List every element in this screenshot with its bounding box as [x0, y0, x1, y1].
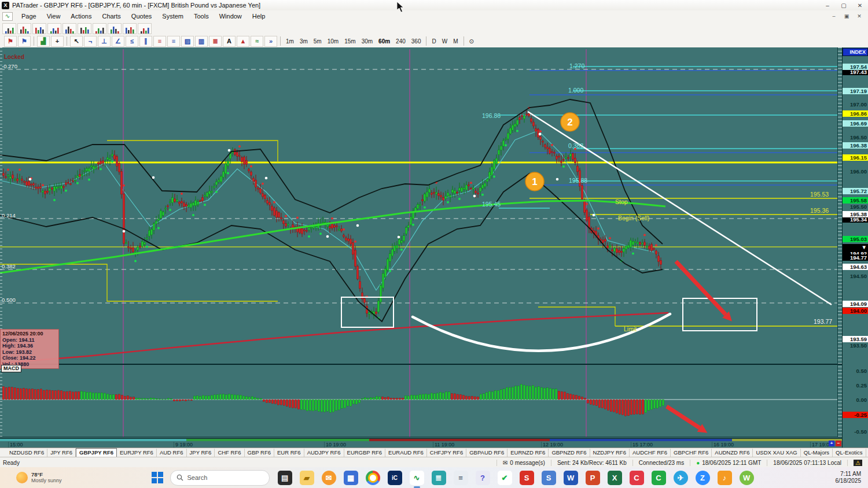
tab-usdx-xau-xag[interactable]: USDX XAU XAG — [753, 449, 800, 457]
menu-page[interactable]: Page — [16, 12, 42, 21]
menu-tools[interactable]: Tools — [189, 12, 214, 21]
tab-gbpjpy-rf6[interactable]: GBPJPY RF6 — [76, 448, 117, 457]
zoom-in-button[interactable]: + — [829, 441, 834, 446]
tab-chfjpy-rf6[interactable]: CHFJPY RF6 — [427, 449, 466, 457]
chart-style-5-icon[interactable] — [62, 23, 76, 34]
menu-charts[interactable]: Charts — [97, 12, 126, 21]
chart-style-2-icon[interactable] — [17, 23, 31, 34]
w-app-icon[interactable]: W — [740, 471, 754, 485]
hlines-red2-icon[interactable]: ≣ — [209, 36, 222, 47]
system-tray-clock[interactable]: 7:11 AM 6/18/2025 — [836, 471, 862, 485]
tab-ql-majors[interactable]: QL-Majors — [801, 449, 833, 457]
tab-chf-rf6[interactable]: CHF RF6 — [215, 449, 244, 457]
files-app-icon[interactable]: ▤ — [278, 471, 292, 485]
marker-blue-icon[interactable]: ⚑ — [18, 36, 31, 47]
music-app-icon[interactable]: ♪ — [718, 471, 732, 485]
start-button[interactable] — [152, 472, 163, 483]
tab-eurnzd-rf6[interactable]: EURNZD RF6 — [507, 449, 549, 457]
file-explorer-icon[interactable]: ▰ — [300, 471, 314, 485]
time-axis[interactable]: 15:009 19:0010 19:0011 19:0012 19:0015 1… — [0, 438, 842, 448]
menu-system[interactable]: System — [157, 12, 189, 21]
mini-chart2-icon[interactable]: ≈ — [251, 36, 263, 47]
help-app-icon[interactable]: ? — [476, 471, 490, 485]
word-icon[interactable]: W — [564, 471, 578, 485]
mail-app-icon[interactable]: ✉ — [322, 471, 336, 485]
chart-style-3-icon[interactable] — [32, 23, 46, 34]
mdi-close-button[interactable]: ✕ — [853, 13, 866, 19]
pointer-icon[interactable]: ↖ — [70, 36, 83, 47]
ic-markets-icon[interactable]: iC — [388, 471, 402, 485]
trend-corner-icon[interactable]: ¬ — [84, 36, 97, 47]
timeframe-360[interactable]: 360 — [409, 38, 424, 45]
mini-chart-icon[interactable]: ▲ — [237, 36, 249, 47]
period-d[interactable]: D — [429, 38, 439, 45]
clock-icon[interactable]: ⊙ — [466, 38, 477, 45]
hatch-icon[interactable]: ▨ — [181, 36, 194, 47]
tab-eurgbp-rf6[interactable]: EURGBP RF6 — [344, 449, 386, 457]
timeframe-5m[interactable]: 5m — [311, 38, 325, 45]
maximize-button[interactable]: ▢ — [836, 2, 852, 9]
tab-gbpnzd-rf6[interactable]: GBPNZD RF6 — [549, 449, 590, 457]
clickup-icon[interactable]: C — [630, 471, 644, 485]
weather-widget[interactable]: 78°F Mostly sunny — [16, 471, 62, 484]
bars-vertical-icon[interactable]: ▥ — [195, 36, 208, 47]
chart-style-6-icon[interactable] — [78, 23, 91, 34]
tab-audjpy-rf6[interactable]: AUDJPY RF6 — [304, 449, 344, 457]
chart-style-7-icon[interactable] — [93, 23, 106, 34]
menu-window[interactable]: Window — [214, 12, 247, 21]
check-app-icon[interactable]: ✔ — [498, 471, 512, 485]
trend-vertical-icon[interactable]: ⊥ — [98, 36, 111, 47]
timeframe-240[interactable]: 240 — [393, 38, 409, 45]
minimize-button[interactable]: – — [819, 2, 836, 9]
tab-ql-exotics[interactable]: QL-Exotics — [833, 449, 866, 457]
menu-quotes[interactable]: Quotes — [126, 12, 157, 21]
zoom-icon[interactable]: Z — [696, 471, 710, 485]
timeframe-10m[interactable]: 10m — [325, 38, 341, 45]
crosshair-icon[interactable]: + — [51, 36, 64, 47]
calculator-icon[interactable]: ▦ — [344, 471, 358, 485]
period-w[interactable]: W — [439, 38, 450, 45]
marker-red-icon[interactable]: ⚑ — [4, 36, 17, 47]
patrader-icon[interactable]: ∿ — [410, 471, 424, 485]
indicator-icon[interactable]: ▟ — [37, 36, 50, 47]
tab-nzdusd-rf6[interactable]: NZDUSD RF6 — [6, 449, 47, 457]
zoom-out-button[interactable]: − — [836, 441, 841, 446]
menu-actions[interactable]: Actions — [65, 12, 97, 21]
tab-gbpchf-rf6[interactable]: GBPCHF RF6 — [671, 449, 712, 457]
tab-nzdjpy-rf6[interactable]: NZDJPY RF6 — [590, 449, 630, 457]
channel-icon[interactable]: ∥ — [139, 36, 152, 47]
chart-style-1-icon[interactable] — [2, 23, 16, 34]
tab-euraud-rf6[interactable]: EURAUD RF6 — [385, 449, 427, 457]
mdi-minimize-button[interactable]: – — [827, 13, 840, 19]
price-axis[interactable]: INDEX 197.43197.54197.19197.00196.86196.… — [842, 47, 868, 448]
notes-app-icon[interactable]: ≣ — [432, 471, 446, 485]
timeframe-15m[interactable]: 15m — [341, 38, 358, 45]
timeframe-30m[interactable]: 30m — [359, 38, 376, 45]
powerpoint-icon[interactable]: P — [586, 471, 600, 485]
tab-gbpaud-rf6[interactable]: GBPAUD RF6 — [466, 449, 507, 457]
tab-usdx-rf[interactable]: USDX RF — [866, 449, 868, 457]
tab-aud-rf6[interactable]: AUD RF6 — [157, 449, 187, 457]
chart-style-4-icon[interactable] — [47, 23, 61, 34]
menu-help[interactable]: Help — [247, 12, 271, 21]
tab-gbp-rf6[interactable]: GBP RF6 — [245, 449, 274, 457]
tab-eur-rf6[interactable]: EUR RF6 — [274, 449, 304, 457]
tab-jpy-rf6[interactable]: JPY RF6 — [187, 449, 215, 457]
camtasia-icon[interactable]: C — [652, 471, 666, 485]
steam-app-icon[interactable]: S — [542, 471, 556, 485]
excel-icon[interactable]: X — [608, 471, 622, 485]
fan-lines-icon[interactable]: ≤ — [126, 36, 138, 47]
overflow-icon[interactable]: » — [264, 36, 277, 47]
timeframe-1m[interactable]: 1m — [283, 38, 297, 45]
timeframe-3m[interactable]: 3m — [297, 38, 311, 45]
text-tool-icon[interactable]: A — [223, 36, 236, 47]
chart-style-8-icon[interactable] — [108, 23, 122, 34]
hlines-blue-icon[interactable]: ≡ — [167, 36, 180, 47]
sketch-app-icon[interactable]: S — [520, 471, 534, 485]
tab-eurjpy-rf6[interactable]: EURJPY RF6 — [117, 449, 157, 457]
chart-style-10-icon[interactable] — [138, 23, 152, 34]
timeframe-60m[interactable]: 60m — [376, 38, 393, 45]
chrome-icon[interactable] — [366, 471, 380, 485]
hlines-red-icon[interactable]: ≡ — [153, 36, 166, 47]
close-button[interactable]: ✕ — [852, 2, 868, 9]
